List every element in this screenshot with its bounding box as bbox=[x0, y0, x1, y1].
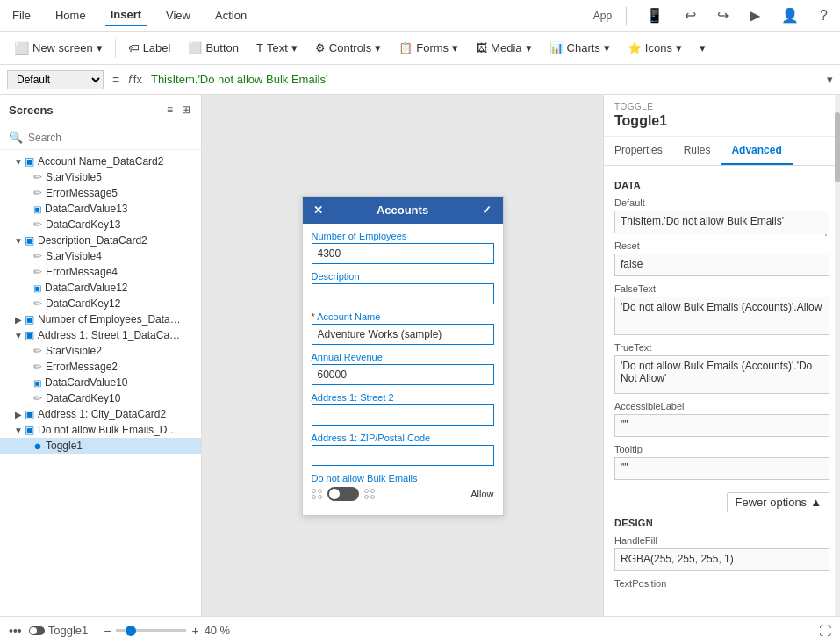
dot-8 bbox=[370, 495, 375, 499]
tooltip-prop-value[interactable]: "" bbox=[614, 457, 829, 480]
grid-view-icon[interactable]: ⊞ bbox=[180, 102, 192, 118]
tree-item-address1-street1[interactable]: ▼ ▣ Address 1: Street 1_DataCa… bbox=[0, 327, 201, 343]
list-view-icon[interactable]: ≡ bbox=[165, 102, 175, 118]
media-btn-label: Media bbox=[491, 41, 521, 54]
field-input-employees[interactable] bbox=[312, 243, 494, 264]
tree-item-datacardvalue12[interactable]: ▣ DataCardValue12 bbox=[0, 280, 201, 296]
field-input-account-name[interactable] bbox=[312, 324, 494, 345]
form-check-icon[interactable]: ✓ bbox=[482, 204, 492, 217]
tab-properties[interactable]: Properties bbox=[604, 137, 673, 165]
false-text-value[interactable]: 'Do not allow Bulk Emails (Accounts)'.Al… bbox=[614, 297, 829, 335]
field-input-address1-street2[interactable] bbox=[312, 404, 494, 426]
datacard-icon-ne: ▣ bbox=[25, 313, 34, 326]
menu-action[interactable]: Action bbox=[210, 5, 252, 25]
menu-home[interactable]: Home bbox=[50, 5, 91, 25]
dot-4 bbox=[318, 495, 322, 499]
button-button[interactable]: ⬜ Button bbox=[181, 38, 246, 58]
toggle-mini-icon bbox=[29, 626, 45, 635]
dot-6 bbox=[370, 489, 375, 493]
tree-item-number-employees[interactable]: ▶ ▣ Number of Employees_Data… bbox=[0, 311, 201, 327]
field-do-not-allow: Do not allow Bulk Emails bbox=[312, 473, 494, 501]
more-options-icon[interactable]: ••• bbox=[9, 624, 22, 638]
tree-item-description-datacard2[interactable]: ▼ ▣ Description_DataCard2 bbox=[0, 233, 201, 248]
tree-item-datacardkey12[interactable]: ✏ DataCardKey12 bbox=[0, 296, 201, 311]
formula-input[interactable] bbox=[147, 71, 822, 88]
toggle-icon-t1: ⏺ bbox=[33, 441, 42, 451]
more-button[interactable]: ▾ bbox=[693, 38, 713, 58]
menu-view[interactable]: View bbox=[161, 5, 196, 25]
toggle-switch[interactable] bbox=[327, 487, 359, 501]
field-input-address1-zip[interactable] bbox=[312, 445, 494, 466]
zoom-value: 40 % bbox=[205, 624, 235, 637]
menu-insert[interactable]: Insert bbox=[105, 4, 147, 26]
expand-icon-dna[interactable]: ▼ bbox=[12, 426, 25, 435]
toggle-row: Allow bbox=[312, 487, 494, 501]
expand-icon-a1s1[interactable]: ▼ bbox=[12, 331, 25, 340]
tree-item-datacardkey13[interactable]: ✏ DataCardKey13 bbox=[0, 217, 201, 233]
text-chevron-icon: ▾ bbox=[291, 41, 298, 54]
reset-value[interactable]: false bbox=[614, 254, 829, 276]
formula-chevron-icon[interactable]: ▾ bbox=[827, 73, 833, 86]
fewer-options-label: Fewer options bbox=[735, 496, 807, 509]
play-icon[interactable]: ▶ bbox=[744, 4, 765, 27]
new-screen-button[interactable]: ⬜ New screen ▾ bbox=[7, 38, 110, 59]
text-btn-label: Text bbox=[267, 41, 288, 54]
handle-fill-value[interactable]: RGBA(255, 255, 255, 1) bbox=[614, 548, 829, 571]
datacard-icon-a1c: ▣ bbox=[25, 408, 34, 420]
tree-item-starvisible5[interactable]: ✏ StarVisible5 bbox=[0, 169, 201, 185]
accessible-label-value[interactable]: "" bbox=[614, 414, 829, 437]
search-input[interactable] bbox=[28, 132, 192, 144]
form-card[interactable]: ✕ Accounts ✓ Number of Employees Descrip… bbox=[302, 196, 504, 516]
form-close-icon[interactable]: ✕ bbox=[313, 204, 323, 217]
tree-item-account-name-datacard2[interactable]: ▼ ▣ Account Name_DataCard2 bbox=[0, 154, 201, 169]
toggle-container bbox=[312, 487, 375, 501]
tree-item-toggle1[interactable]: ⏺ Toggle1 bbox=[0, 438, 201, 454]
tree-item-do-not-allow[interactable]: ▼ ▣ Do not allow Bulk Emails_D… bbox=[0, 422, 201, 438]
tab-rules[interactable]: Rules bbox=[673, 137, 722, 165]
tree-item-datacardvalue10[interactable]: ▣ DataCardValue10 bbox=[0, 375, 201, 390]
tree-label-datacardkey13: DataCardKey13 bbox=[46, 218, 120, 231]
menu-divider bbox=[626, 7, 627, 25]
tree-item-errormessage2[interactable]: ✏ ErrorMessage2 bbox=[0, 359, 201, 375]
expand-icon-1[interactable]: ▼ bbox=[12, 157, 25, 167]
redo-icon[interactable]: ↪ bbox=[712, 4, 734, 27]
phone-icon[interactable]: 📱 bbox=[641, 4, 669, 27]
dot-5 bbox=[364, 489, 369, 493]
media-button[interactable]: 🖼 Media ▾ bbox=[469, 38, 538, 58]
button-icon: ⬜ bbox=[188, 41, 202, 54]
expand-button[interactable]: ⛶ bbox=[819, 624, 831, 638]
default-value[interactable]: ThisItem.'Do not allow Bulk Emails' bbox=[614, 211, 829, 233]
true-text-value[interactable]: 'Do not allow Bulk Emails (Accounts)'.'D… bbox=[614, 355, 829, 394]
tree-item-datacardvalue13[interactable]: ▣ DataCardValue13 bbox=[0, 201, 201, 217]
tree-item-errormessage5[interactable]: ✏ ErrorMessage5 bbox=[0, 185, 201, 201]
tab-advanced[interactable]: Advanced bbox=[721, 137, 792, 165]
expand-icon-desc[interactable]: ▼ bbox=[12, 236, 25, 246]
controls-button[interactable]: ⚙ Controls ▾ bbox=[308, 38, 388, 58]
controls-chevron-icon: ▾ bbox=[375, 41, 381, 54]
forms-chevron-icon: ▾ bbox=[452, 41, 458, 54]
forms-button[interactable]: 📋 Forms ▾ bbox=[391, 38, 465, 58]
fewer-options-button[interactable]: Fewer options ▲ bbox=[727, 492, 829, 512]
zoom-plus-button[interactable]: + bbox=[190, 624, 200, 638]
scrollbar-thumb[interactable] bbox=[835, 112, 840, 182]
charts-button[interactable]: 📊 Charts ▾ bbox=[542, 38, 617, 58]
zoom-minus-button[interactable]: − bbox=[102, 624, 112, 638]
tree-item-errormessage4[interactable]: ✏ ErrorMessage4 bbox=[0, 264, 201, 280]
formula-selector[interactable]: Default bbox=[7, 70, 104, 89]
zoom-slider[interactable] bbox=[116, 629, 186, 632]
user-icon[interactable]: 👤 bbox=[776, 4, 804, 27]
help-icon[interactable]: ? bbox=[815, 4, 833, 27]
expand-icon-ne[interactable]: ▶ bbox=[12, 315, 25, 325]
text-button[interactable]: T Text ▾ bbox=[249, 38, 305, 58]
icons-button[interactable]: ⭐ Icons ▾ bbox=[621, 38, 689, 58]
field-input-annual-revenue[interactable] bbox=[312, 364, 494, 385]
field-input-description[interactable] bbox=[312, 283, 494, 304]
expand-icon-a1c[interactable]: ▶ bbox=[12, 410, 25, 419]
tree-item-starvisible2[interactable]: ✏ StarVisible2 bbox=[0, 343, 201, 359]
tree-item-datacardkey10[interactable]: ✏ DataCardKey10 bbox=[0, 390, 201, 406]
tree-item-starvisible4[interactable]: ✏ StarVisible4 bbox=[0, 248, 201, 264]
menu-file[interactable]: File bbox=[7, 5, 36, 25]
tree-item-address1-city[interactable]: ▶ ▣ Address 1: City_DataCard2 bbox=[0, 406, 201, 422]
undo-icon[interactable]: ↩ bbox=[679, 4, 701, 27]
label-button[interactable]: 🏷 Label bbox=[121, 38, 178, 58]
